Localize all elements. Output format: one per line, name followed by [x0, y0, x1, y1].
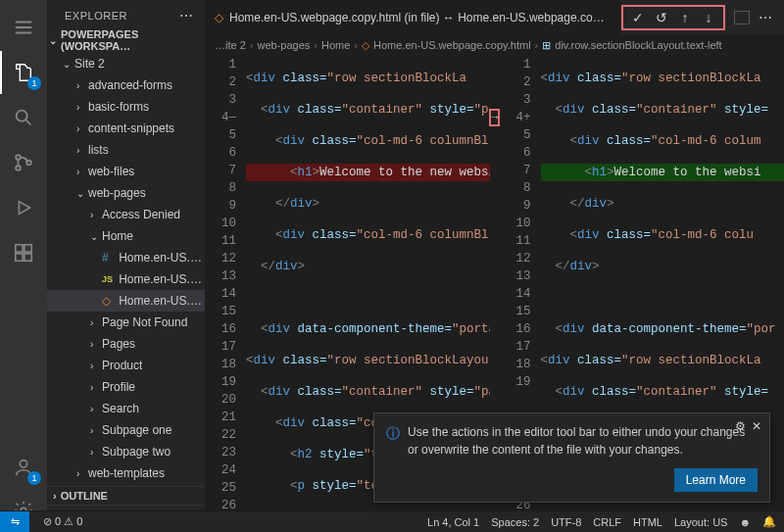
status-problems[interactable]: ⊘ 0 ⚠ 0 — [43, 515, 82, 528]
notification-close-icon[interactable]: ✕ — [752, 419, 761, 433]
folder-subpage-two[interactable]: ›Subpage two — [47, 441, 205, 462]
tab-label: Home.en-US.webpage.copy.html (in file) ↔… — [229, 11, 611, 24]
folder-search[interactable]: ›Search — [47, 398, 205, 419]
search-icon[interactable] — [0, 96, 47, 139]
folder-web-templates[interactable]: ›web-templates — [47, 462, 205, 484]
svg-point-1 — [16, 155, 21, 160]
status-line[interactable]: Ln 4, Col 1 — [427, 516, 479, 528]
tab-diff[interactable]: ◇ Home.en-US.webpage.copy.html (in file)… — [205, 0, 621, 34]
file-home-js[interactable]: JSHome.en-US.cust… — [47, 268, 205, 290]
folder-advanced-forms[interactable]: ›advanced-forms — [47, 74, 205, 96]
status-encoding[interactable]: UTF-8 — [551, 516, 581, 528]
folder-basic-forms[interactable]: ›basic-forms — [47, 96, 205, 118]
status-lang[interactable]: HTML — [633, 516, 662, 528]
status-feedback-icon[interactable]: ☻ — [739, 516, 751, 528]
folder-content-snippets[interactable]: ›content-snippets — [47, 118, 205, 139]
svg-rect-4 — [16, 245, 23, 252]
notification-toast: ⚙ ✕ ⓘ Use the actions in the editor tool… — [373, 412, 770, 503]
revert-icon[interactable]: ↺ — [651, 7, 672, 28]
file-home-html[interactable]: ◇Home.en-US.web… — [47, 290, 205, 312]
notification-text: Use the actions in the editor tool bar t… — [408, 423, 758, 459]
split-editor-icon[interactable] — [731, 7, 753, 28]
folder-lists[interactable]: ›lists — [47, 139, 205, 161]
explorer-more-icon[interactable]: ⋯ — [179, 8, 194, 24]
svg-rect-7 — [24, 254, 31, 261]
diff-toolbar-highlighted: ✓ ↺ ↑ ↓ — [621, 5, 725, 30]
menu-icon[interactable] — [0, 6, 47, 49]
site-root[interactable]: ⌄Site 2 — [47, 53, 205, 74]
scm-icon[interactable] — [0, 141, 47, 184]
folder-product[interactable]: ›Product — [47, 355, 205, 376]
sidebar: EXPLORER ⋯ ⌄POWERPAGES (WORKSPA… ⌄Site 2… — [47, 0, 205, 532]
extensions-icon[interactable] — [0, 231, 47, 274]
folder-home[interactable]: ⌄Home — [47, 225, 205, 247]
accounts-icon[interactable]: 1 — [0, 446, 47, 489]
workspace-label: POWERPAGES (WORKSPA… — [61, 28, 201, 52]
svg-rect-5 — [24, 245, 31, 252]
tab-bar: ◇ Home.en-US.webpage.copy.html (in file)… — [205, 0, 784, 34]
svg-point-2 — [16, 166, 21, 170]
status-eol[interactable]: CRLF — [593, 516, 621, 528]
svg-rect-6 — [16, 254, 23, 261]
folder-web-files[interactable]: ›web-files — [47, 161, 205, 182]
folder-subpage-one[interactable]: ›Subpage one — [47, 419, 205, 441]
folder-access-denied[interactable]: ›Access Denied — [47, 204, 205, 225]
prev-change-icon[interactable]: ↑ — [674, 7, 696, 28]
svg-point-0 — [17, 111, 27, 121]
debug-icon[interactable] — [0, 186, 47, 229]
breadcrumb[interactable]: …ite 2› web-pages› Home› ◇Home.en-US.web… — [205, 34, 784, 56]
folder-web-pages[interactable]: ⌄web-pages — [47, 182, 205, 204]
file-home-css[interactable]: #Home.en-US.cust… — [47, 247, 205, 268]
info-icon: ⓘ — [386, 423, 400, 459]
activity-bar: 1 1 — [0, 0, 47, 532]
folder-profile[interactable]: ›Profile — [47, 376, 205, 398]
remote-status-icon[interactable]: ⇋ — [0, 511, 29, 533]
explorer-icon[interactable]: 1 — [0, 51, 47, 94]
apply-change-icon[interactable]: → — [489, 109, 500, 126]
explorer-title: EXPLORER — [65, 10, 127, 22]
outline-section[interactable]: ›OUTLINE — [47, 486, 205, 505]
folder-page-not-found[interactable]: ›Page Not Found — [47, 312, 205, 333]
folder-pages[interactable]: ›Pages — [47, 333, 205, 355]
tab-more-icon[interactable]: ⋯ — [755, 7, 776, 28]
files-badge: 1 — [27, 76, 41, 90]
file-tree: ⌄Site 2 ›advanced-forms ›basic-forms ›co… — [47, 53, 205, 486]
status-layout[interactable]: Layout: US — [674, 516, 727, 528]
workspace-section[interactable]: ⌄POWERPAGES (WORKSPA… — [47, 27, 205, 53]
svg-point-8 — [20, 460, 26, 467]
status-spaces[interactable]: Spaces: 2 — [491, 516, 539, 528]
status-bell-icon[interactable]: 🔔 — [762, 515, 776, 528]
learn-more-button[interactable]: Learn More — [674, 468, 758, 492]
accept-icon[interactable]: ✓ — [627, 7, 649, 28]
left-gutter: 123 4— 5678 9101112 13141516 17181920 21… — [205, 56, 246, 532]
accounts-badge: 1 — [27, 471, 41, 485]
next-change-icon[interactable]: ↓ — [698, 7, 719, 28]
status-bar: ⇋ ⊘ 0 ⚠ 0 Ln 4, Col 1 Spaces: 2 UTF-8 CR… — [0, 510, 784, 532]
html-file-icon: ◇ — [215, 11, 223, 24]
notification-gear-icon[interactable]: ⚙ — [735, 419, 746, 433]
